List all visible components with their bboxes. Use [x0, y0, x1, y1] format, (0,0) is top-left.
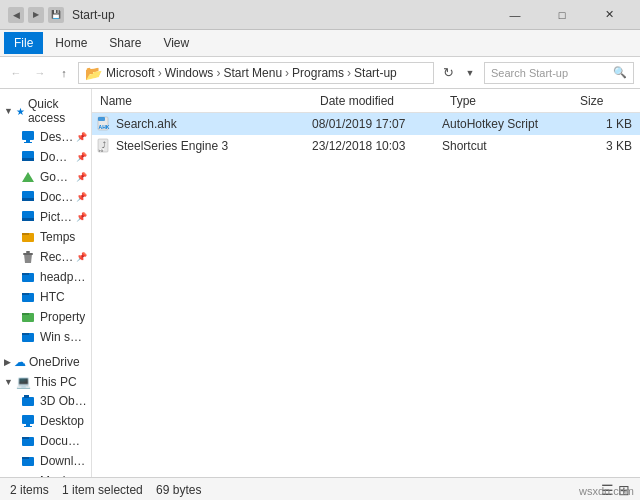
- svg-rect-2: [24, 142, 32, 143]
- search-box[interactable]: Search Start-up 🔍: [484, 62, 634, 84]
- breadcrumb-startup[interactable]: Start-up: [354, 66, 397, 80]
- svg-rect-22: [22, 397, 34, 406]
- sidebar-item-downloads2[interactable]: Downloads: [0, 451, 91, 471]
- ribbon: File Home Share View: [0, 30, 640, 57]
- col-header-date[interactable]: Date modified: [316, 94, 446, 108]
- pictures-icon: [20, 209, 36, 225]
- table-row[interactable]: ⤴ lnk SteelSeries Engine 3 23/12/2018 10…: [92, 135, 640, 157]
- window-controls: — □ ✕: [492, 0, 632, 30]
- sidebar-item-desktop[interactable]: Desktop 📌: [0, 127, 91, 147]
- sidebar-3dobjects-label: 3D Objects: [40, 394, 87, 408]
- sidebar: ▼ ★ Quick access Desktop 📌 Downloads 📌 G…: [0, 89, 92, 477]
- sidebar-item-pictures[interactable]: Pictures 📌: [0, 207, 91, 227]
- watermark: wsxdn.com: [579, 485, 634, 497]
- ahk-file-icon: AHK: [96, 116, 112, 132]
- sidebar-item-downloads[interactable]: Downloads 📌: [0, 147, 91, 167]
- forward-button[interactable]: →: [30, 63, 50, 83]
- htc-icon: [20, 289, 36, 305]
- breadcrumb-windows[interactable]: Windows: [165, 66, 214, 80]
- svg-rect-9: [22, 218, 34, 221]
- winscreenshots-icon: [20, 329, 36, 345]
- title-bar-back-icon: ◀: [8, 7, 24, 23]
- sidebar-item-property[interactable]: Property: [0, 307, 91, 327]
- sidebar-item-music[interactable]: Music: [0, 471, 91, 477]
- star-icon: ★: [16, 106, 25, 117]
- sidebar-thispc-label: This PC: [34, 375, 77, 389]
- col-header-size[interactable]: Size: [576, 94, 636, 108]
- downloads-icon: [20, 149, 36, 165]
- sidebar-item-headphones[interactable]: headphones not: [0, 267, 91, 287]
- sidebar-item-temps[interactable]: Temps: [0, 227, 91, 247]
- breadcrumb-startmenu[interactable]: Start Menu: [223, 66, 282, 80]
- search-icon: 🔍: [613, 66, 627, 79]
- svg-text:lnk: lnk: [98, 148, 103, 153]
- svg-rect-30: [22, 457, 29, 459]
- file-date-searchahk: 08/01/2019 17:07: [312, 117, 442, 131]
- documents-icon: [20, 189, 36, 205]
- sidebar-item-winscreenshots[interactable]: Win screenshots: [0, 327, 91, 347]
- sidebar-documents-label: Documents: [40, 190, 74, 204]
- minimize-button[interactable]: —: [492, 0, 538, 30]
- sidebar-downloads2-label: Downloads: [40, 454, 87, 468]
- back-button[interactable]: ←: [6, 63, 26, 83]
- file-name-searchahk: AHK Search.ahk: [96, 116, 312, 132]
- file-type-steelseries: Shortcut: [442, 139, 572, 153]
- onedrive-icon: ☁: [14, 355, 26, 369]
- thispc-icon: 💻: [16, 375, 31, 389]
- sidebar-headphones-label: headphones not: [40, 270, 87, 284]
- title-bar-save-icon: 💾: [48, 7, 64, 23]
- col-header-name[interactable]: Name: [96, 94, 316, 108]
- svg-rect-11: [22, 233, 29, 235]
- property-icon: [20, 309, 36, 325]
- documents2-icon: [20, 433, 36, 449]
- table-row[interactable]: AHK Search.ahk 08/01/2019 17:07 AutoHotk…: [92, 113, 640, 135]
- dropdown-button[interactable]: ▼: [460, 63, 480, 83]
- status-item-count: 2 items 1 item selected 69 bytes: [10, 483, 201, 497]
- up-button[interactable]: ↑: [54, 63, 74, 83]
- title-bar-icons: ◀ ▶ 💾: [8, 7, 64, 23]
- svg-rect-28: [22, 437, 29, 439]
- file-area: Name Date modified Type Size AHK Search.…: [92, 89, 640, 477]
- sidebar-item-htc[interactable]: HTC: [0, 287, 91, 307]
- sidebar-item-documents2[interactable]: Documents: [0, 431, 91, 451]
- googledrive-icon: [20, 169, 36, 185]
- sidebar-quickaccess-header[interactable]: ▼ ★ Quick access: [0, 93, 91, 127]
- file-size-searchahk: 1 KB: [572, 117, 632, 131]
- tab-view[interactable]: View: [153, 32, 199, 54]
- refresh-button[interactable]: ↻: [438, 63, 458, 83]
- search-placeholder: Search Start-up: [491, 67, 613, 79]
- breadcrumb-microsoft[interactable]: Microsoft: [106, 66, 155, 80]
- svg-rect-24: [22, 415, 34, 424]
- breadcrumb-programs[interactable]: Programs: [292, 66, 344, 80]
- tab-file[interactable]: File: [4, 32, 43, 54]
- file-name-steelseries: ⤴ lnk SteelSeries Engine 3: [96, 138, 312, 154]
- svg-rect-0: [22, 131, 34, 140]
- sidebar-downloads-label: Downloads: [40, 150, 74, 164]
- sidebar-item-desktop2[interactable]: Desktop: [0, 411, 91, 431]
- file-date-steelseries: 23/12/2018 10:03: [312, 139, 442, 153]
- chevron-down-icon: ▼: [4, 106, 13, 116]
- tab-share[interactable]: Share: [99, 32, 151, 54]
- sidebar-item-documents[interactable]: Documents 📌: [0, 187, 91, 207]
- sidebar-music-label: Music: [40, 474, 71, 477]
- sidebar-thispc-header[interactable]: ▼ 💻 This PC: [0, 371, 91, 391]
- sidebar-quickaccess-label: Quick access: [28, 97, 87, 125]
- sidebar-item-googledrive[interactable]: Google Drive 📌: [0, 167, 91, 187]
- sidebar-property-label: Property: [40, 310, 85, 324]
- close-button[interactable]: ✕: [586, 0, 632, 30]
- svg-marker-5: [22, 172, 34, 182]
- breadcrumb[interactable]: 📂 Microsoft › Windows › Start Menu › Pro…: [78, 62, 434, 84]
- sidebar-documents2-label: Documents: [40, 434, 87, 448]
- title-bar-forward-icon: ▶: [28, 7, 44, 23]
- svg-rect-17: [22, 293, 29, 295]
- file-list: AHK Search.ahk 08/01/2019 17:07 AutoHotk…: [92, 113, 640, 477]
- tab-home[interactable]: Home: [45, 32, 97, 54]
- svg-rect-25: [26, 424, 30, 426]
- downloads2-icon: [20, 453, 36, 469]
- col-header-type[interactable]: Type: [446, 94, 576, 108]
- sidebar-onedrive-header[interactable]: ▶ ☁ OneDrive: [0, 351, 91, 371]
- sidebar-item-3dobjects[interactable]: 3D Objects: [0, 391, 91, 411]
- maximize-button[interactable]: □: [539, 0, 585, 30]
- sidebar-item-recyclebin[interactable]: Recycle Bin 📌: [0, 247, 91, 267]
- svg-rect-19: [22, 313, 29, 315]
